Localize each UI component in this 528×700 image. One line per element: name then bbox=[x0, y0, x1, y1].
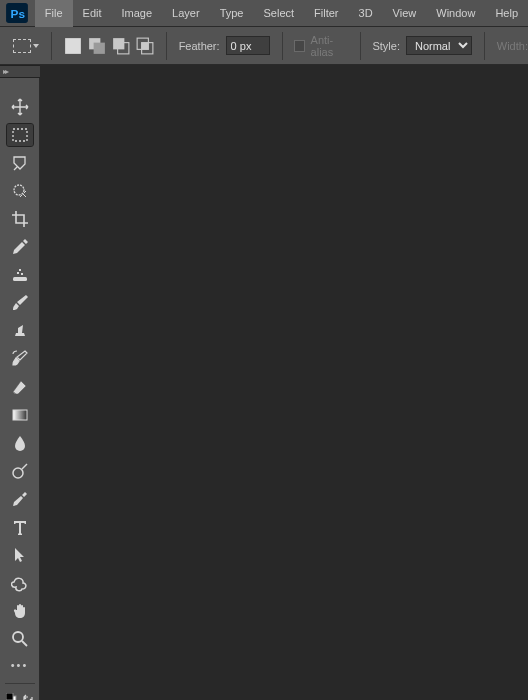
separator bbox=[166, 32, 167, 60]
crop-tool[interactable] bbox=[7, 208, 33, 230]
style-select[interactable]: Normal bbox=[406, 36, 472, 55]
history-brush-tool[interactable] bbox=[7, 348, 33, 370]
feather-label: Feather: bbox=[179, 40, 220, 52]
svg-rect-9 bbox=[141, 42, 148, 49]
antialias-checkbox bbox=[294, 40, 304, 52]
spot-healing-brush-tool[interactable] bbox=[7, 264, 33, 286]
svg-point-18 bbox=[13, 632, 23, 642]
menu-help[interactable]: Help bbox=[485, 0, 528, 27]
separator bbox=[484, 32, 485, 60]
svg-rect-10 bbox=[13, 129, 27, 141]
menu-layer[interactable]: Layer bbox=[162, 0, 210, 27]
eyedropper-tool[interactable] bbox=[7, 236, 33, 258]
separator bbox=[51, 32, 52, 60]
rectangular-marquee-tool[interactable] bbox=[7, 124, 33, 146]
default-colors-icon[interactable] bbox=[6, 693, 18, 700]
svg-rect-12 bbox=[13, 277, 27, 281]
brush-tool[interactable] bbox=[7, 292, 33, 314]
svg-rect-14 bbox=[21, 273, 23, 275]
path-selection-tool[interactable] bbox=[7, 544, 33, 566]
eraser-tool[interactable] bbox=[7, 376, 33, 398]
blur-tool[interactable] bbox=[7, 432, 33, 454]
svg-rect-16 bbox=[13, 410, 27, 420]
toolbox-collapse-toggle[interactable]: ▸▸ bbox=[0, 65, 40, 78]
toolbox: ••• bbox=[0, 78, 40, 700]
current-tool-preset-picker[interactable] bbox=[13, 39, 39, 53]
options-bar: Feather: Anti-alias Style: Normal Width: bbox=[0, 27, 528, 65]
svg-rect-4 bbox=[93, 42, 104, 53]
menu-view[interactable]: View bbox=[383, 0, 427, 27]
subtract-from-selection-icon[interactable] bbox=[112, 35, 130, 57]
separator bbox=[360, 32, 361, 60]
photoshop-logo: Ps bbox=[0, 0, 35, 27]
pen-tool[interactable] bbox=[7, 488, 33, 510]
custom-shape-tool[interactable] bbox=[7, 572, 33, 594]
gradient-tool[interactable] bbox=[7, 404, 33, 426]
clone-stamp-tool[interactable] bbox=[7, 320, 33, 342]
lasso-tool[interactable] bbox=[7, 152, 33, 174]
move-tool[interactable] bbox=[7, 96, 33, 118]
svg-rect-13 bbox=[17, 272, 19, 274]
menu-type[interactable]: Type bbox=[210, 0, 254, 27]
svg-rect-5 bbox=[113, 38, 124, 49]
menu-edit[interactable]: Edit bbox=[73, 0, 112, 27]
menu-select[interactable]: Select bbox=[254, 0, 305, 27]
feather-input[interactable] bbox=[226, 36, 270, 55]
menu-window[interactable]: Window bbox=[426, 0, 485, 27]
svg-point-17 bbox=[13, 468, 23, 478]
intersect-selection-icon[interactable] bbox=[136, 35, 154, 57]
svg-rect-15 bbox=[19, 269, 21, 271]
new-selection-icon[interactable] bbox=[64, 35, 82, 57]
menu-image[interactable]: Image bbox=[112, 0, 163, 27]
menu-3d[interactable]: 3D bbox=[349, 0, 383, 27]
edit-toolbar-button[interactable]: ••• bbox=[7, 656, 33, 674]
menu-bar: Ps File Edit Image Layer Type Select Fil… bbox=[0, 0, 528, 27]
svg-text:Ps: Ps bbox=[11, 7, 26, 21]
swap-colors-icon[interactable] bbox=[22, 693, 34, 700]
canvas-area[interactable] bbox=[40, 65, 528, 700]
zoom-tool[interactable] bbox=[7, 628, 33, 650]
style-label: Style: bbox=[372, 40, 400, 52]
add-to-selection-icon[interactable] bbox=[88, 35, 106, 57]
quick-selection-tool[interactable] bbox=[7, 180, 33, 202]
svg-rect-20 bbox=[6, 693, 13, 700]
svg-rect-2 bbox=[65, 38, 81, 54]
antialias-label: Anti-alias bbox=[311, 34, 348, 58]
menu-file[interactable]: File bbox=[35, 0, 73, 27]
type-tool[interactable] bbox=[7, 516, 33, 538]
separator bbox=[5, 683, 35, 684]
menu-filter[interactable]: Filter bbox=[304, 0, 348, 27]
separator bbox=[282, 32, 283, 60]
hand-tool[interactable] bbox=[7, 600, 33, 622]
width-label: Width: bbox=[497, 40, 528, 52]
dodge-tool[interactable] bbox=[7, 460, 33, 482]
